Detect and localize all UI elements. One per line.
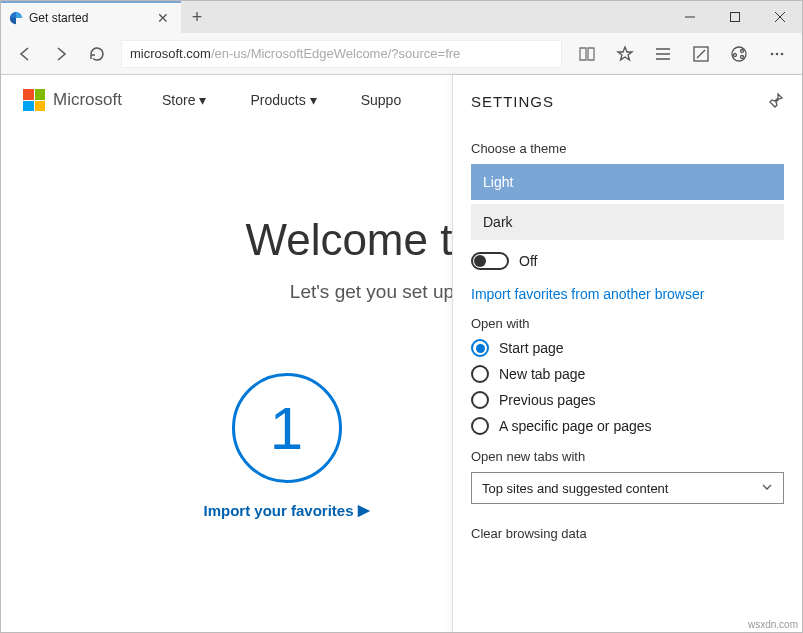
open-with-label: Open with: [471, 316, 784, 331]
import-favorites-link[interactable]: Import favorites from another browser: [471, 286, 784, 302]
radio-icon: [471, 417, 489, 435]
minimize-button[interactable]: [667, 1, 712, 33]
svg-point-11: [741, 55, 744, 58]
step-label: Import your favorites: [203, 502, 353, 519]
hub-icon[interactable]: [644, 36, 682, 72]
dropdown-value: Top sites and suggested content: [482, 481, 668, 496]
nav-store[interactable]: Store▾: [162, 92, 206, 108]
tab-close-icon[interactable]: ✕: [155, 8, 171, 28]
toggle-switch[interactable]: [471, 252, 509, 270]
more-icon[interactable]: [758, 36, 796, 72]
pin-icon[interactable]: [768, 92, 784, 111]
forward-button[interactable]: [43, 36, 79, 72]
radio-icon: [471, 365, 489, 383]
maximize-button[interactable]: [712, 1, 757, 33]
new-tab-button[interactable]: +: [181, 1, 213, 33]
svg-rect-1: [730, 13, 739, 22]
browser-tab[interactable]: Get started ✕: [1, 1, 181, 33]
nav-bar: microsoft.com/en-us/MicrosoftEdgeWelcome…: [1, 33, 802, 75]
share-icon[interactable]: [720, 36, 758, 72]
theme-label: Choose a theme: [471, 141, 784, 156]
settings-panel: SETTINGS Choose a theme Light Dark Off I…: [452, 75, 802, 632]
radio-previous-pages[interactable]: Previous pages: [471, 391, 784, 409]
svg-point-10: [741, 49, 744, 52]
settings-title: SETTINGS: [471, 93, 554, 110]
brand-text: Microsoft: [53, 90, 122, 110]
step-1[interactable]: 1 Import your favorites▶: [203, 373, 369, 519]
svg-point-14: [781, 52, 784, 55]
theme-option-light[interactable]: Light: [471, 164, 784, 200]
chevron-down-icon: ▾: [199, 92, 206, 108]
title-bar: Get started ✕ +: [1, 1, 802, 33]
address-bar[interactable]: microsoft.com/en-us/MicrosoftEdgeWelcome…: [121, 40, 562, 68]
clear-data-label: Clear browsing data: [471, 526, 784, 541]
url-host: microsoft.com: [130, 46, 211, 61]
close-window-button[interactable]: [757, 1, 802, 33]
microsoft-logo-icon: [23, 89, 45, 111]
refresh-button[interactable]: [79, 36, 115, 72]
radio-icon: [471, 391, 489, 409]
radio-start-page[interactable]: Start page: [471, 339, 784, 357]
microsoft-logo[interactable]: Microsoft: [23, 89, 122, 111]
url-path: /en-us/MicrosoftEdgeWelcome/?source=fre: [211, 46, 460, 61]
notes-icon[interactable]: [682, 36, 720, 72]
step-number: 1: [232, 373, 342, 483]
chevron-down-icon: ▾: [310, 92, 317, 108]
back-button[interactable]: [7, 36, 43, 72]
nav-support[interactable]: Suppo: [361, 92, 401, 108]
svg-point-9: [734, 53, 737, 56]
watermark: wsxdn.com: [748, 619, 798, 630]
window-controls: [667, 1, 802, 33]
play-icon: ▶: [358, 501, 370, 519]
favorite-star-icon[interactable]: [606, 36, 644, 72]
site-nav: Store▾ Products▾ Suppo: [162, 92, 401, 108]
radio-icon: [471, 339, 489, 357]
radio-specific-page[interactable]: A specific page or pages: [471, 417, 784, 435]
open-new-tabs-label: Open new tabs with: [471, 449, 784, 464]
theme-option-dark[interactable]: Dark: [471, 204, 784, 240]
radio-new-tab[interactable]: New tab page: [471, 365, 784, 383]
tab-title: Get started: [29, 11, 88, 25]
reading-view-icon[interactable]: [568, 36, 606, 72]
open-new-tabs-dropdown[interactable]: Top sites and suggested content: [471, 472, 784, 504]
edge-favicon: [9, 11, 23, 25]
chevron-down-icon: [761, 481, 773, 496]
nav-products[interactable]: Products▾: [250, 92, 316, 108]
svg-point-12: [771, 52, 774, 55]
toggle-label: Off: [519, 253, 537, 269]
svg-point-13: [776, 52, 779, 55]
